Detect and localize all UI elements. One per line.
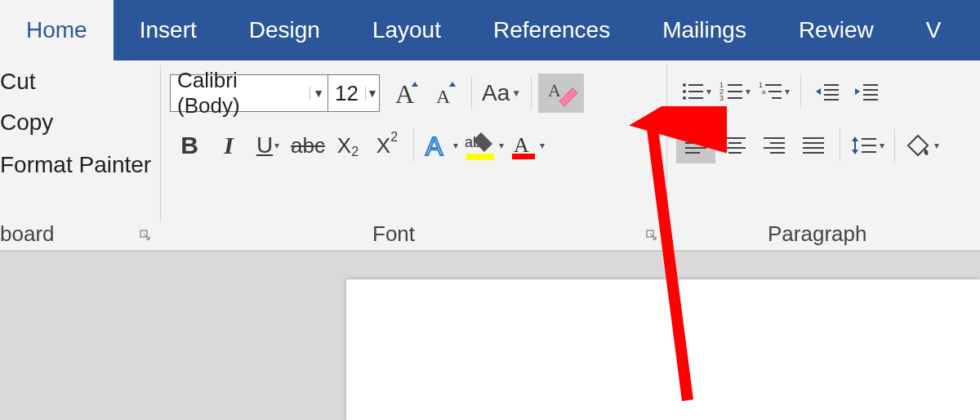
tab-view[interactable]: V <box>900 0 968 60</box>
document-page[interactable] <box>346 279 980 420</box>
svg-text:A: A <box>425 132 443 160</box>
svg-point-10 <box>683 83 686 87</box>
superscript-button[interactable]: X2 <box>368 127 407 163</box>
separator <box>413 129 414 162</box>
decrease-indent-button[interactable] <box>808 74 847 109</box>
tab-mailings[interactable]: Mailings <box>636 0 773 60</box>
separator <box>894 129 895 162</box>
svg-rect-6 <box>466 154 494 160</box>
svg-rect-8 <box>512 154 535 159</box>
bullets-button[interactable]: ▾ <box>676 74 715 109</box>
numbering-button[interactable]: 123 ▾ <box>715 74 755 109</box>
format-painter-button[interactable]: Format Painter <box>0 152 151 178</box>
chevron-down-icon: ▾ <box>706 86 711 97</box>
align-right-button[interactable] <box>755 127 794 163</box>
multilevel-list-button[interactable]: 1a ▾ <box>755 74 794 109</box>
svg-point-12 <box>683 90 686 93</box>
tab-review[interactable]: Review <box>773 0 900 60</box>
font-name-combo[interactable]: Calibri (Body) ▼ <box>170 74 328 112</box>
svg-point-14 <box>683 96 686 100</box>
chevron-down-icon: ▼ <box>310 87 327 100</box>
svg-text:A: A <box>548 80 561 101</box>
bold-button[interactable]: B <box>170 127 209 163</box>
tab-home[interactable]: Home <box>0 0 114 60</box>
font-name-value: Calibri (Body) <box>171 68 310 118</box>
align-center-button[interactable] <box>715 127 755 163</box>
strikethrough-button[interactable]: abc <box>287 127 328 163</box>
font-size-value: 12 <box>328 81 365 106</box>
text-effects-button[interactable]: A ▾ <box>421 127 461 163</box>
change-case-label: Aa <box>482 80 510 106</box>
chevron-down-icon: ▼ <box>365 87 379 100</box>
italic-button[interactable]: I <box>209 127 248 163</box>
svg-text:A: A <box>514 133 529 157</box>
font-launcher[interactable] <box>644 227 660 244</box>
svg-text:a: a <box>762 88 766 96</box>
font-group-label: Font <box>372 221 415 247</box>
font-size-combo[interactable]: 12 ▼ <box>327 74 380 112</box>
increase-indent-button[interactable] <box>847 74 886 109</box>
chevron-down-icon: ▾ <box>880 140 884 151</box>
chevron-down-icon: ▾ <box>274 140 279 151</box>
group-separator <box>666 65 667 222</box>
shading-button[interactable]: ▾ <box>902 127 942 163</box>
chevron-down-icon: ▾ <box>934 140 939 151</box>
group-separator <box>160 65 161 222</box>
line-spacing-button[interactable]: ▾ <box>847 127 888 163</box>
separator <box>840 129 840 162</box>
tab-references[interactable]: References <box>467 0 636 60</box>
clipboard-launcher[interactable] <box>137 227 154 244</box>
separator <box>800 75 801 108</box>
align-left-button[interactable] <box>676 127 715 163</box>
paragraph-group-label: Paragraph <box>768 221 866 247</box>
change-case-button[interactable]: Aa ▼ <box>479 75 524 111</box>
clipboard-group-label: board <box>0 221 55 247</box>
justify-button[interactable] <box>794 127 833 163</box>
separator <box>471 77 472 109</box>
svg-text:A: A <box>395 79 414 108</box>
chevron-down-icon: ▾ <box>746 86 751 97</box>
highlight-button[interactable]: ab ▾ <box>461 127 507 163</box>
font-color-button[interactable]: A ▾ <box>507 127 548 163</box>
chevron-down-icon: ▾ <box>453 140 458 151</box>
chevron-down-icon: ▾ <box>785 86 790 97</box>
underline-button[interactable]: U▾ <box>248 127 287 163</box>
separator <box>531 77 532 109</box>
tab-design[interactable]: Design <box>223 0 346 60</box>
subscript-button[interactable]: X2 <box>328 127 368 163</box>
shrink-font-button[interactable]: A <box>425 75 465 111</box>
clear-formatting-button[interactable]: A <box>538 74 584 113</box>
chevron-down-icon: ▼ <box>511 87 521 99</box>
tab-insert[interactable]: Insert <box>114 0 223 60</box>
tab-layout[interactable]: Layout <box>346 0 467 60</box>
chevron-down-icon: ▾ <box>499 140 504 151</box>
svg-text:A: A <box>436 86 451 107</box>
ribbon-tabs: Home Insert Design Layout References Mai… <box>0 0 980 60</box>
copy-button[interactable]: Copy <box>0 109 53 136</box>
cut-button[interactable]: Cut <box>0 69 36 95</box>
chevron-down-icon: ▾ <box>540 140 545 151</box>
grow-font-button[interactable]: A <box>386 75 425 111</box>
ribbon: Cut Copy Format Painter board Calibri (B… <box>0 60 980 252</box>
svg-text:3: 3 <box>719 94 724 102</box>
